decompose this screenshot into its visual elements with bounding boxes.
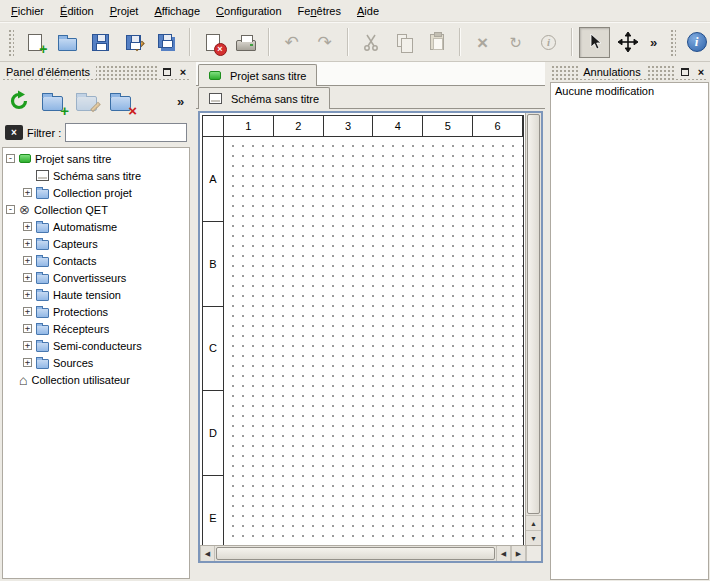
toolbar-overflow-button[interactable]: »: [645, 27, 662, 58]
panel-float-button[interactable]: [160, 65, 174, 79]
menu-configuration[interactable]: Configuration: [208, 2, 289, 20]
schema-view-window: 123456 ABCDE ▲ ▼ ◀: [198, 111, 543, 563]
delete-button[interactable]: ×: [467, 27, 498, 58]
elements-panel-titlebar[interactable]: Panel d'éléments ×: [2, 64, 190, 80]
schema-tab[interactable]: Schéma sans titre: [198, 87, 330, 109]
panel-overflow-button[interactable]: »: [172, 86, 189, 117]
tree-item-capteurs[interactable]: +Capteurs: [3, 235, 189, 252]
filter-clear-button[interactable]: ×: [5, 125, 23, 140]
scroll-right-button[interactable]: ▶: [511, 546, 526, 561]
scroll-down-button[interactable]: ▼: [526, 530, 541, 545]
tree-item-label: Protections: [53, 306, 108, 318]
tree-item-label: Capteurs: [53, 238, 98, 250]
tree-item-convertisseurs[interactable]: +Convertisseurs: [3, 269, 189, 286]
menu-fenetres[interactable]: Fenêtres: [290, 2, 349, 20]
scroll-left-button-end[interactable]: ◀: [496, 546, 511, 561]
menu-projet[interactable]: Projet: [102, 2, 147, 20]
rotate-button[interactable]: ↻: [500, 27, 531, 58]
project-tab[interactable]: Projet sans titre: [198, 64, 317, 86]
open-project-button[interactable]: [52, 27, 83, 58]
panel-close-button[interactable]: ×: [176, 65, 190, 79]
save-button[interactable]: [85, 27, 116, 58]
expand-icon[interactable]: +: [23, 341, 32, 350]
toolbar-separator: [268, 28, 269, 56]
menu-affichage[interactable]: Affichage: [146, 2, 208, 20]
tree-item-contacts[interactable]: +Contacts: [3, 252, 189, 269]
undo-panel-titlebar[interactable]: Annulations ×: [551, 64, 708, 80]
close-file-button[interactable]: ×: [197, 27, 228, 58]
tree-item-sources[interactable]: +Sources: [3, 354, 189, 371]
new-element-button[interactable]: +: [37, 86, 68, 117]
menu-aide[interactable]: Aide: [349, 2, 387, 20]
paste-button[interactable]: [421, 27, 452, 58]
tree-item-label: Automatisme: [53, 221, 117, 233]
expand-icon[interactable]: +: [23, 188, 32, 197]
expand-icon[interactable]: +: [23, 239, 32, 248]
info-button[interactable]: i: [533, 27, 564, 58]
menu-fichier[interactable]: Fichier: [3, 2, 52, 20]
copy-button[interactable]: [388, 27, 419, 58]
vertical-scrollbar[interactable]: ▲ ▼: [526, 113, 541, 545]
tree-item-protections[interactable]: +Protections: [3, 303, 189, 320]
undo-button[interactable]: ↶: [276, 27, 307, 58]
expand-icon[interactable]: +: [23, 273, 32, 282]
tree-item-collection-utilisateur[interactable]: ⌂Collection utilisateur: [3, 371, 189, 388]
print-button[interactable]: [230, 27, 261, 58]
delete-element-button[interactable]: ×: [105, 86, 136, 117]
save-all-button[interactable]: [151, 27, 182, 58]
column-header-cell: 3: [324, 116, 374, 136]
menu-edition[interactable]: Édition: [52, 2, 102, 20]
about-button[interactable]: i: [681, 27, 710, 58]
expand-icon[interactable]: +: [23, 290, 32, 299]
horizontal-scrollbar[interactable]: ◀ ◀ ▶: [200, 546, 526, 561]
bottom-scroll-row: ◀ ◀ ▶: [200, 546, 541, 561]
filter-input[interactable]: [65, 123, 187, 142]
element-tree[interactable]: -Projet sans titreSchéma sans titre+Coll…: [2, 147, 190, 579]
row-header-cell: A: [203, 137, 223, 222]
toolbar-separator: [459, 28, 460, 56]
expand-icon[interactable]: +: [23, 324, 32, 333]
column-headers: 123456: [224, 116, 523, 137]
tree-item-haute-tension[interactable]: +Haute tension: [3, 286, 189, 303]
scroll-left-button[interactable]: ◀: [200, 546, 215, 561]
tree-item-r-cepteurs[interactable]: +Récepteurs: [3, 320, 189, 337]
select-tool-button[interactable]: [579, 27, 610, 58]
expand-icon[interactable]: +: [23, 358, 32, 367]
diagram-sheet: 123456 ABCDE: [202, 115, 524, 545]
new-document-button[interactable]: +: [19, 27, 50, 58]
redo-button[interactable]: ↷: [309, 27, 340, 58]
arrow-up-icon: ▲: [530, 520, 537, 527]
tree-item-label: Convertisseurs: [53, 272, 126, 284]
scroll-up-button[interactable]: ▲: [526, 515, 541, 530]
undo-panel-float-button[interactable]: [678, 65, 692, 79]
plus-badge-icon: +: [39, 42, 47, 56]
vertical-scrollbar-thumb[interactable]: [527, 114, 540, 514]
info-icon: i: [541, 35, 556, 50]
collapse-icon[interactable]: -: [6, 154, 15, 163]
column-header-cell: 4: [373, 116, 423, 136]
expand-icon[interactable]: +: [23, 307, 32, 316]
save-as-button[interactable]: [118, 27, 149, 58]
move-tool-button[interactable]: [612, 27, 643, 58]
horizontal-scrollbar-thumb[interactable]: [216, 547, 495, 560]
tree-item-semi-conducteurs[interactable]: +Semi-conducteurs: [3, 337, 189, 354]
toolbar-drag-handle[interactable]: [669, 28, 676, 56]
schema-canvas[interactable]: 123456 ABCDE: [200, 113, 526, 545]
reload-collections-button[interactable]: [3, 86, 34, 117]
undo-panel-close-button[interactable]: ×: [694, 65, 708, 79]
tree-item-automatisme[interactable]: +Automatisme: [3, 218, 189, 235]
toolbar-drag-handle[interactable]: [7, 28, 14, 56]
expand-icon[interactable]: +: [23, 222, 32, 231]
undo-history-list[interactable]: Aucune modification: [550, 82, 709, 580]
reload-icon: [8, 90, 30, 112]
cut-button[interactable]: [355, 27, 386, 58]
row-headers: ABCDE: [203, 137, 224, 545]
expand-icon[interactable]: +: [23, 256, 32, 265]
edit-element-button[interactable]: [71, 86, 102, 117]
tree-item-projet-sans-titre[interactable]: -Projet sans titre: [3, 150, 189, 167]
folder-icon: [36, 189, 49, 199]
tree-item-collection-qet[interactable]: -⊗Collection QET: [3, 201, 189, 218]
collapse-icon[interactable]: -: [6, 205, 15, 214]
tree-item-collection-projet[interactable]: +Collection projet: [3, 184, 189, 201]
tree-item-sch-ma-sans-titre[interactable]: Schéma sans titre: [3, 167, 189, 184]
